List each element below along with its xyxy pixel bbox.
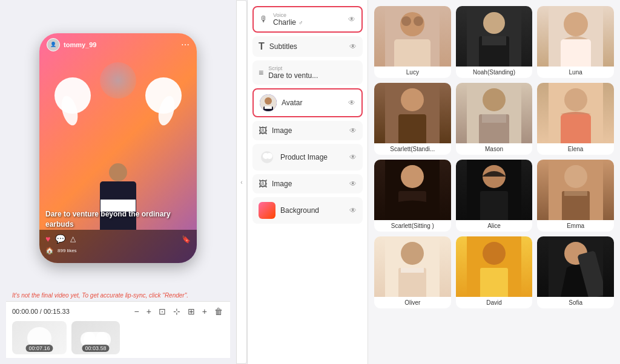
- svg-rect-42: [480, 191, 508, 220]
- image-1-visibility-icon[interactable]: 👁: [349, 126, 357, 135]
- layer-product-image[interactable]: Product Image 👁: [252, 144, 363, 171]
- svg-point-9: [265, 97, 272, 105]
- svg-rect-26: [561, 39, 591, 67]
- avatar-card-emma[interactable]: Emma: [537, 160, 614, 232]
- avatar-mason-name: Mason: [456, 143, 533, 155]
- timeline-clip-2[interactable]: 00:03.58: [71, 321, 120, 354]
- avatar-emma-name: Emma: [537, 220, 614, 232]
- background-visibility-icon[interactable]: 👁: [349, 206, 357, 215]
- avatars-grid: Lucy Noah(Standing): [374, 6, 614, 308]
- layer-voice[interactable]: 🎙 Voice Charlie ♂ 👁: [252, 6, 363, 33]
- svg-rect-53: [480, 268, 508, 297]
- profile-avatar: 👤: [47, 38, 60, 51]
- avatar-elena-name: Elena: [537, 143, 614, 155]
- svg-point-14: [266, 153, 272, 159]
- product-image-name: Product Image: [280, 153, 345, 161]
- layer-image-1[interactable]: 🖼 Image 👁: [252, 121, 363, 140]
- svg-point-31: [483, 88, 506, 111]
- svg-rect-46: [564, 191, 587, 196]
- avatar-sofia-name: Sofia: [537, 297, 614, 308]
- avatar-visibility-icon[interactable]: 👁: [348, 99, 355, 107]
- svg-rect-29: [398, 114, 426, 143]
- collapse-panel-button[interactable]: ‹: [236, 0, 247, 364]
- avatar-luna-name: Luna: [537, 67, 614, 78]
- avatar-scarlett-standing-name: Scarlett(Standi...: [374, 143, 451, 155]
- avatar-card-alice[interactable]: Alice: [456, 160, 533, 232]
- layer-image-2[interactable]: 🖼 Image 👁: [252, 174, 363, 193]
- time-display: 00:00.00 / 00:15.33: [12, 308, 70, 315]
- avatar-card-david[interactable]: David: [456, 236, 533, 308]
- timeline-clip-1[interactable]: 00:07.16: [12, 321, 67, 354]
- avatar-scarlett-sitting-name: Scarlett(Sitting ): [374, 220, 451, 232]
- layer-avatar[interactable]: Avatar 👁: [252, 88, 363, 117]
- phone-username-label: tommy_99: [64, 41, 96, 48]
- product-icon: [259, 149, 275, 166]
- script-name: Dare to ventu...: [268, 71, 357, 80]
- voice-sublabel: Voice: [273, 12, 343, 18]
- background-color-preview: [259, 202, 275, 219]
- avatar-alice-name: Alice: [456, 220, 533, 232]
- avatars-panel: Lucy Noah(Standing): [368, 0, 620, 364]
- image-1-name: Image: [272, 126, 345, 135]
- svg-rect-17: [394, 39, 430, 67]
- avatar-lucy-name: Lucy: [374, 67, 451, 78]
- script-sublabel: Script: [268, 65, 357, 71]
- clip-1-label: 00:07.16: [25, 345, 53, 352]
- avatar-thumbnail: [260, 94, 277, 111]
- render-warning: It's not the final video yet, To get acc…: [6, 290, 230, 301]
- avatar-card-scarlett-sitting[interactable]: Scarlett(Sitting ): [374, 160, 451, 232]
- image-icon-1: 🖼: [259, 126, 267, 135]
- svg-point-38: [401, 165, 424, 188]
- svg-point-28: [401, 88, 424, 111]
- svg-rect-11: [265, 106, 272, 109]
- split-button[interactable]: ⊹: [172, 305, 182, 317]
- layer-script[interactable]: ≡ Script Dare to ventu...: [252, 60, 363, 85]
- image-icon-2: 🖼: [259, 179, 267, 189]
- layer-background[interactable]: Background 👁: [252, 197, 363, 224]
- avatar-card-mason[interactable]: Mason: [456, 83, 533, 155]
- more-options-icon[interactable]: ⋯: [181, 40, 190, 50]
- voice-icon: 🎙: [260, 15, 268, 24]
- phone-preview: 👤 tommy_99 ⋯: [39, 33, 197, 263]
- clip-2-label: 00:03.58: [82, 345, 109, 352]
- svg-point-6: [84, 332, 96, 346]
- image-2-visibility-icon[interactable]: 👁: [349, 180, 357, 188]
- svg-point-35: [564, 88, 587, 111]
- add-button[interactable]: +: [201, 305, 208, 317]
- preview-panel: 👤 tommy_99 ⋯: [0, 0, 236, 364]
- zoom-in-button[interactable]: +: [145, 305, 153, 317]
- avatar-card-lucy[interactable]: Lucy: [374, 6, 451, 78]
- svg-point-52: [483, 242, 506, 265]
- svg-point-21: [483, 12, 505, 34]
- avatar-card-sofia[interactable]: Sofia: [537, 236, 614, 308]
- avatar-card-noah[interactable]: Noah(Standing): [456, 6, 533, 78]
- delete-button[interactable]: 🗑: [213, 305, 224, 317]
- avatar-david-name: David: [456, 297, 533, 308]
- layers-panel: 🎙 Voice Charlie ♂ 👁 T Subtitles 👁 ≡ Scri…: [247, 0, 368, 364]
- subtitles-visibility-icon[interactable]: 👁: [349, 42, 357, 51]
- voice-visibility-icon[interactable]: 👁: [348, 15, 355, 24]
- crop-button[interactable]: ⊡: [157, 305, 167, 317]
- avatar-card-scarlett-standing[interactable]: Scarlett(Standi...: [374, 83, 451, 155]
- svg-rect-23: [482, 36, 506, 45]
- avatar-card-elena[interactable]: Elena: [537, 83, 614, 155]
- avatar-card-luna[interactable]: Luna: [537, 6, 614, 78]
- avatar-noah-name: Noah(Standing): [456, 67, 533, 78]
- voice-gender: ♂: [298, 19, 303, 26]
- svg-point-18: [401, 16, 411, 26]
- svg-rect-50: [401, 268, 424, 273]
- svg-point-19: [414, 16, 423, 26]
- avatar-card-oliver[interactable]: Oliver: [374, 236, 451, 308]
- zoom-out-button[interactable]: −: [133, 305, 140, 317]
- svg-point-48: [401, 242, 424, 265]
- layer-subtitles[interactable]: T Subtitles 👁: [252, 36, 363, 57]
- phone-overlay-text: Dare to venture beyond the ordinary earb…: [45, 209, 191, 230]
- svg-rect-36: [561, 114, 591, 143]
- svg-rect-33: [482, 114, 506, 123]
- image-2-name: Image: [272, 180, 345, 188]
- avatar-oliver-name: Oliver: [374, 297, 451, 308]
- background-name: Background: [280, 206, 345, 215]
- product-visibility-icon[interactable]: 👁: [349, 153, 357, 161]
- align-button[interactable]: ⊞: [186, 305, 196, 317]
- subtitles-name: Subtitles: [269, 42, 345, 51]
